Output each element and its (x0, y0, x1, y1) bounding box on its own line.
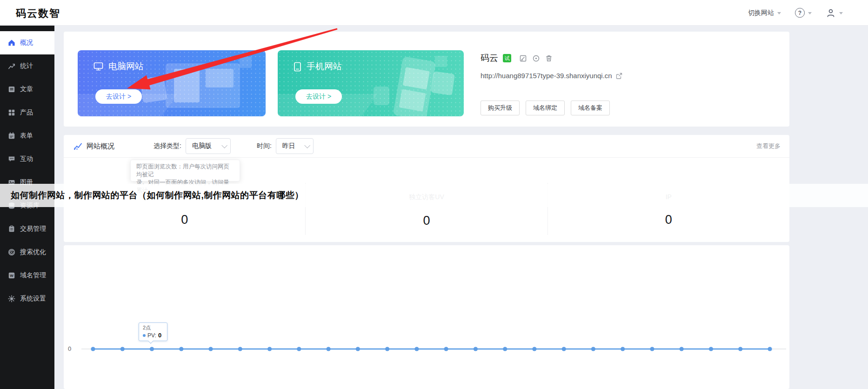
trend-chart-icon (73, 142, 82, 150)
type-select-label: 选择类型: (154, 142, 181, 150)
article-icon (8, 86, 15, 93)
sidebar-item-products[interactable]: 产品 (0, 101, 54, 124)
pv-explanation-tooltip: 即页面浏览次数：用户每次访问网页均被记 录。对同一页面的多次访问，访问量累计。 (130, 160, 240, 181)
sidebar-item-seo[interactable]: 搜索优化 (0, 241, 54, 264)
chevron-down-icon (304, 142, 310, 148)
switch-site-label: 切换网站 (748, 9, 774, 17)
buy-upgrade-button[interactable]: 购买升级 (481, 101, 520, 115)
sidebar-item-label: 统计 (20, 62, 33, 70)
help-icon: ? (795, 8, 805, 18)
pc-design-button[interactable]: 去设计 > (95, 89, 142, 104)
site-info-panel: 码云 试 http://huang897157type-39.shanxiyun… (481, 32, 778, 127)
settings-icon (8, 295, 15, 302)
site-name: 码云 (481, 52, 498, 64)
series-dot-icon (143, 334, 146, 337)
time-select[interactable]: 昨日 (276, 138, 314, 154)
switch-site-dropdown[interactable]: 切换网站 (748, 9, 781, 17)
decor-thumb-illustration (374, 87, 389, 105)
site-url: http://huang897157type-39.shanxiyunqi.cn (481, 72, 612, 80)
time-select-label: 时间: (257, 142, 272, 150)
stat-value: 0 (548, 213, 789, 227)
open-link-icon[interactable] (616, 73, 622, 79)
chevron-down-icon (777, 12, 781, 14)
seo-text-banner: 如何制作网站，制作网站的平台（如何制作网站,制作网站的平台有哪些） (0, 184, 868, 207)
sidebar-item-label: 文章 (20, 85, 33, 94)
mobile-design-button[interactable]: 去设计 > (295, 89, 342, 104)
sidebar-item-label: 域名管理 (20, 271, 46, 280)
home-icon (8, 39, 15, 47)
decor-monitor-illustration (166, 63, 240, 108)
site-design-panel: 电脑网站 去设计 > 手机网站 去设计 > 码云 试 (64, 32, 789, 127)
decor-cube (435, 56, 447, 67)
sidebar-item-forms[interactable]: 表单 (0, 124, 54, 148)
pv-trend-chart-panel: 0 2点 PV: 0 (64, 245, 789, 389)
domain-record-button[interactable]: 域名备案 (571, 101, 610, 115)
svg-text:W: W (10, 274, 13, 278)
tooltip-value: 0 (158, 332, 161, 339)
decor-photo-illustration (140, 76, 167, 103)
decor-phone-illustration (393, 56, 436, 116)
sidebar-item-stats[interactable]: 统计 (0, 54, 54, 78)
trial-badge: 试 (503, 54, 511, 62)
sidebar-item-label: 表单 (20, 132, 33, 140)
pv-tooltip-line1: 即页面浏览次数：用户每次访问网页均被记 (136, 163, 234, 179)
sidebar-item-label: 产品 (20, 108, 33, 117)
domain-icon: W (8, 272, 15, 279)
sidebar-item-label: 概况 (20, 39, 33, 47)
user-icon (826, 8, 836, 18)
edit-icon[interactable] (520, 55, 527, 62)
preview-icon[interactable] (533, 55, 540, 62)
sidebar-item-domain[interactable]: W域名管理 (0, 264, 54, 287)
decor-photo-illustration (431, 71, 455, 95)
sidebar-item-label: 互动 (20, 155, 33, 163)
pc-website-card[interactable]: 电脑网站 去设计 > (78, 50, 266, 116)
decor-cube (240, 57, 252, 68)
type-select[interactable]: 电脑版 (186, 138, 231, 154)
user-dropdown[interactable] (826, 8, 843, 18)
stat-value: 0 (306, 214, 547, 228)
overview-title: 网站概况 (87, 142, 114, 151)
trade-icon (8, 225, 15, 233)
mobile-website-card[interactable]: 手机网站 去设计 > (278, 50, 464, 116)
time-select-value: 昨日 (282, 142, 295, 150)
form-icon (8, 132, 15, 140)
banner-text: 如何制作网站，制作网站的平台（如何制作网站,制作网站的平台有哪些） (11, 189, 304, 201)
sidebar-item-settings[interactable]: 系统设置 (0, 287, 54, 310)
chevron-down-icon (839, 12, 843, 14)
chevron-down-icon (221, 142, 227, 148)
tooltip-series-label: PV: (147, 332, 156, 339)
pv-line-chart[interactable] (64, 245, 789, 389)
sidebar-item-label: 交易管理 (20, 225, 46, 233)
app-logo: 码云数智 (16, 7, 60, 20)
tooltip-hour: 2点 (143, 324, 163, 331)
chart-point-tooltip: 2点 PV: 0 (139, 322, 167, 341)
sidebar-item-label: 搜索优化 (20, 248, 46, 256)
sidebar-item-interaction[interactable]: 互动 (0, 148, 54, 171)
interact-icon (8, 155, 15, 163)
stat-value: 0 (64, 213, 305, 227)
sidebar-item-articles[interactable]: 文章 (0, 78, 54, 101)
monitor-icon (93, 62, 103, 71)
stats-icon (8, 62, 15, 70)
type-select-value: 电脑版 (192, 142, 212, 150)
sidebar-item-overview[interactable]: 概况 (0, 31, 54, 54)
chevron-down-icon (808, 12, 812, 14)
pc-card-title: 电脑网站 (108, 60, 144, 73)
sidebar-item-label: 系统设置 (20, 295, 46, 303)
product-icon (8, 109, 15, 116)
sidebar-item-trade[interactable]: 交易管理 (0, 217, 54, 241)
domain-bind-button[interactable]: 域名绑定 (526, 101, 565, 115)
top-header: 码云数智 切换网站 ? (0, 0, 868, 26)
phone-icon (294, 62, 301, 72)
help-dropdown[interactable]: ? (795, 8, 812, 18)
seo-icon (8, 248, 15, 256)
mobile-card-title: 手机网站 (307, 60, 342, 73)
delete-icon[interactable] (546, 55, 552, 62)
sidebar-nav: 概况统计文章产品表单互动图册资源库交易管理搜索优化W域名管理系统设置 (0, 26, 54, 389)
view-more-link[interactable]: 查看更多 (756, 142, 781, 150)
